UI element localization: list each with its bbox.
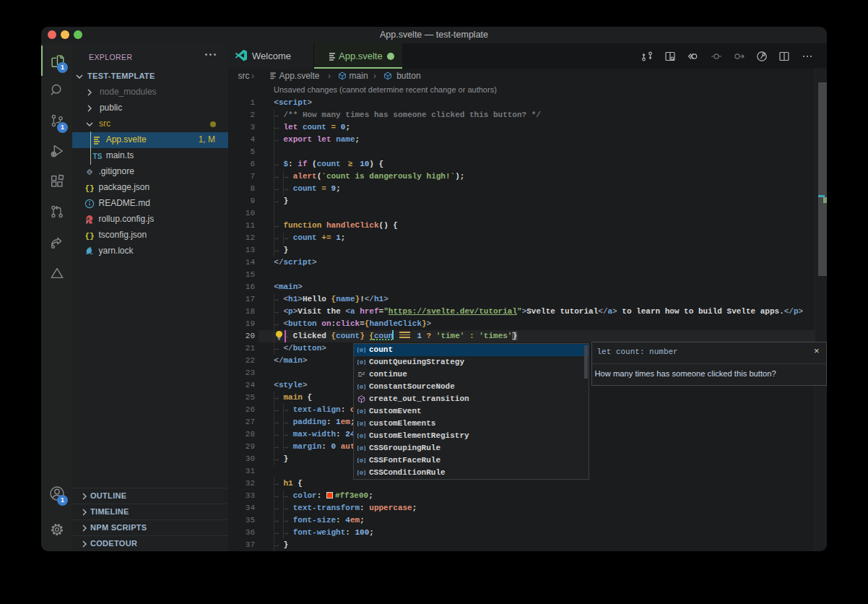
svg-text:{}: {}	[84, 184, 94, 193]
svg-text:{}: {}	[84, 232, 94, 241]
svg-text:TS: TS	[93, 152, 103, 160]
